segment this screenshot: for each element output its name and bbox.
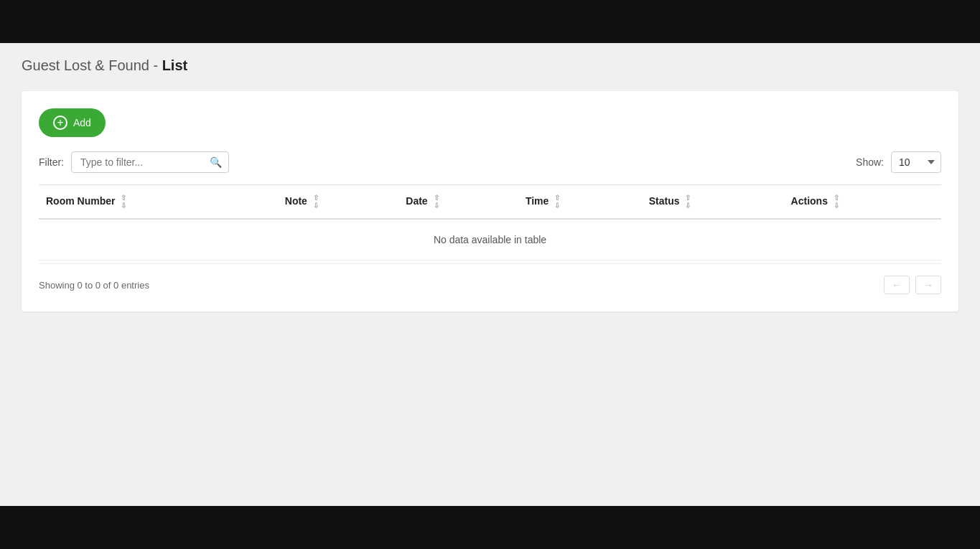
sort-icon-note: ⇧⇩ bbox=[313, 194, 319, 210]
sort-icon-actions: ⇧⇩ bbox=[834, 194, 839, 210]
sort-icon-room-number: ⇧⇩ bbox=[121, 194, 126, 210]
col-status-label: Status bbox=[649, 195, 680, 207]
show-group: Show: 10 25 50 100 bbox=[856, 151, 941, 173]
data-table: Room Number ⇧⇩ Note ⇧⇩ Date ⇧⇩ Time ⇧⇩ bbox=[39, 184, 941, 261]
add-button-label: Add bbox=[73, 117, 91, 128]
show-select[interactable]: 10 25 50 100 bbox=[891, 151, 941, 173]
sort-icon-status: ⇧⇩ bbox=[685, 194, 691, 210]
search-icon: 🔍 bbox=[210, 156, 222, 168]
content-card: + Add Filter: 🔍 Show: 10 25 50 100 bbox=[22, 91, 958, 311]
pagination: ← → bbox=[884, 276, 941, 294]
bottom-bar bbox=[0, 506, 980, 549]
top-bar bbox=[0, 0, 980, 43]
table-header-row: Room Number ⇧⇩ Note ⇧⇩ Date ⇧⇩ Time ⇧⇩ bbox=[39, 185, 941, 220]
filter-group: Filter: 🔍 bbox=[39, 151, 229, 173]
show-label: Show: bbox=[856, 156, 884, 168]
col-time[interactable]: Time ⇧⇩ bbox=[518, 185, 642, 220]
page-title-bold: List bbox=[162, 57, 188, 73]
entries-info: Showing 0 to 0 of 0 entries bbox=[39, 280, 149, 291]
toolbar: Filter: 🔍 Show: 10 25 50 100 bbox=[39, 151, 941, 173]
empty-message: No data available in table bbox=[39, 219, 941, 261]
sort-icon-time: ⇧⇩ bbox=[554, 194, 560, 210]
filter-input-wrapper: 🔍 bbox=[71, 151, 229, 173]
col-note[interactable]: Note ⇧⇩ bbox=[278, 185, 399, 220]
col-actions[interactable]: Actions ⇧⇩ bbox=[784, 185, 941, 220]
filter-label: Filter: bbox=[39, 156, 64, 168]
page-title: Guest Lost & Found - List bbox=[22, 57, 958, 74]
col-actions-label: Actions bbox=[791, 195, 828, 207]
add-button[interactable]: + Add bbox=[39, 108, 106, 137]
col-room-number[interactable]: Room Number ⇧⇩ bbox=[39, 185, 278, 220]
page-title-prefix: Guest Lost & Found - bbox=[22, 57, 162, 73]
col-date-label: Date bbox=[406, 195, 427, 207]
col-room-number-label: Room Number bbox=[46, 195, 115, 207]
filter-input[interactable] bbox=[71, 151, 229, 173]
table-empty-row: No data available in table bbox=[39, 219, 941, 261]
col-time-label: Time bbox=[526, 195, 549, 207]
col-date[interactable]: Date ⇧⇩ bbox=[398, 185, 518, 220]
main-content: Guest Lost & Found - List + Add Filter: … bbox=[0, 43, 980, 506]
col-note-label: Note bbox=[285, 195, 307, 207]
col-status[interactable]: Status ⇧⇩ bbox=[642, 185, 784, 220]
sort-icon-date: ⇧⇩ bbox=[434, 194, 439, 210]
table-footer: Showing 0 to 0 of 0 entries ← → bbox=[39, 263, 941, 294]
next-page-button[interactable]: → bbox=[915, 276, 941, 294]
prev-page-button[interactable]: ← bbox=[884, 276, 910, 294]
add-circle-icon: + bbox=[53, 116, 67, 130]
